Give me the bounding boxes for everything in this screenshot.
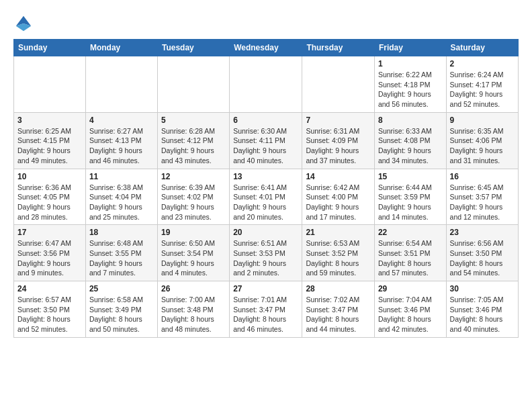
- day-info: Sunrise: 6:56 AM Sunset: 3:50 PM Dayligh…: [450, 238, 515, 278]
- day-info: Sunrise: 6:28 AM Sunset: 4:12 PM Dayligh…: [161, 126, 226, 166]
- calendar-row: 24Sunrise: 6:57 AM Sunset: 3:50 PM Dayli…: [14, 281, 519, 338]
- calendar-cell: [302, 56, 375, 113]
- calendar-cell: 4Sunrise: 6:27 AM Sunset: 4:13 PM Daylig…: [85, 112, 157, 169]
- calendar-cell: 14Sunrise: 6:42 AM Sunset: 4:00 PM Dayli…: [302, 169, 375, 225]
- day-number: 25: [89, 284, 154, 293]
- day-number: 14: [306, 172, 371, 181]
- day-info: Sunrise: 6:30 AM Sunset: 4:11 PM Dayligh…: [233, 126, 298, 166]
- day-info: Sunrise: 6:47 AM Sunset: 3:56 PM Dayligh…: [17, 238, 82, 278]
- day-number: 29: [378, 284, 443, 293]
- calendar-cell: 1Sunrise: 6:22 AM Sunset: 4:18 PM Daylig…: [374, 56, 446, 113]
- calendar-cell: 21Sunrise: 6:53 AM Sunset: 3:52 PM Dayli…: [302, 225, 375, 281]
- day-info: Sunrise: 6:36 AM Sunset: 4:05 PM Dayligh…: [17, 183, 82, 222]
- weekday-header: Thursday: [302, 40, 375, 56]
- page: SundayMondayTuesdayWednesdayThursdayFrid…: [0, 0, 532, 345]
- header: [13, 11, 519, 34]
- calendar-cell: 27Sunrise: 7:01 AM Sunset: 3:47 PM Dayli…: [230, 281, 302, 338]
- calendar-body: 1Sunrise: 6:22 AM Sunset: 4:18 PM Daylig…: [14, 56, 519, 338]
- day-info: Sunrise: 6:42 AM Sunset: 4:00 PM Dayligh…: [306, 183, 371, 222]
- day-number: 5: [161, 116, 226, 125]
- day-number: 2: [450, 59, 515, 68]
- calendar-cell: 5Sunrise: 6:28 AM Sunset: 4:12 PM Daylig…: [157, 112, 229, 169]
- calendar-cell: [230, 56, 302, 113]
- day-number: 26: [161, 284, 226, 293]
- day-info: Sunrise: 6:27 AM Sunset: 4:13 PM Dayligh…: [89, 126, 154, 166]
- calendar-cell: 8Sunrise: 6:33 AM Sunset: 4:08 PM Daylig…: [374, 112, 446, 169]
- weekday-header: Wednesday: [230, 40, 302, 56]
- day-number: 18: [89, 228, 154, 237]
- day-number: 12: [161, 172, 226, 181]
- day-number: 20: [233, 228, 298, 237]
- calendar-cell: [85, 56, 157, 113]
- day-info: Sunrise: 6:24 AM Sunset: 4:17 PM Dayligh…: [450, 70, 515, 109]
- day-number: 15: [378, 172, 443, 181]
- day-number: 22: [378, 228, 443, 237]
- calendar-cell: 30Sunrise: 7:05 AM Sunset: 3:46 PM Dayli…: [446, 281, 518, 338]
- calendar-cell: 9Sunrise: 6:35 AM Sunset: 4:06 PM Daylig…: [446, 112, 518, 169]
- calendar-cell: 24Sunrise: 6:57 AM Sunset: 3:50 PM Dayli…: [14, 281, 86, 338]
- day-number: 17: [17, 228, 82, 237]
- calendar-cell: 13Sunrise: 6:41 AM Sunset: 4:01 PM Dayli…: [230, 169, 302, 225]
- day-info: Sunrise: 6:31 AM Sunset: 4:09 PM Dayligh…: [306, 126, 371, 166]
- day-number: 21: [306, 228, 371, 237]
- day-info: Sunrise: 6:41 AM Sunset: 4:01 PM Dayligh…: [233, 183, 298, 222]
- calendar-cell: 10Sunrise: 6:36 AM Sunset: 4:05 PM Dayli…: [14, 169, 86, 225]
- day-info: Sunrise: 6:51 AM Sunset: 3:53 PM Dayligh…: [233, 238, 298, 278]
- weekday-header: Saturday: [446, 40, 518, 56]
- calendar-row: 17Sunrise: 6:47 AM Sunset: 3:56 PM Dayli…: [14, 225, 519, 281]
- day-number: 7: [306, 116, 371, 125]
- calendar-row: 10Sunrise: 6:36 AM Sunset: 4:05 PM Dayli…: [14, 169, 519, 225]
- day-info: Sunrise: 7:05 AM Sunset: 3:46 PM Dayligh…: [450, 295, 515, 334]
- calendar-cell: 6Sunrise: 6:30 AM Sunset: 4:11 PM Daylig…: [230, 112, 302, 169]
- day-number: 6: [233, 116, 298, 125]
- calendar-cell: 20Sunrise: 6:51 AM Sunset: 3:53 PM Dayli…: [230, 225, 302, 281]
- day-info: Sunrise: 6:33 AM Sunset: 4:08 PM Dayligh…: [378, 126, 443, 166]
- weekday-header: Friday: [374, 40, 446, 56]
- calendar-cell: 11Sunrise: 6:38 AM Sunset: 4:04 PM Dayli…: [85, 169, 157, 225]
- calendar-row: 1Sunrise: 6:22 AM Sunset: 4:18 PM Daylig…: [14, 56, 519, 113]
- day-info: Sunrise: 6:38 AM Sunset: 4:04 PM Dayligh…: [89, 183, 154, 222]
- day-number: 4: [89, 116, 154, 125]
- day-number: 11: [89, 172, 154, 181]
- day-info: Sunrise: 6:48 AM Sunset: 3:55 PM Dayligh…: [89, 238, 154, 278]
- calendar-cell: 22Sunrise: 6:54 AM Sunset: 3:51 PM Dayli…: [374, 225, 446, 281]
- calendar-cell: 29Sunrise: 7:04 AM Sunset: 3:46 PM Dayli…: [374, 281, 446, 338]
- calendar-cell: 28Sunrise: 7:02 AM Sunset: 3:47 PM Dayli…: [302, 281, 375, 338]
- header-row: SundayMondayTuesdayWednesdayThursdayFrid…: [14, 40, 519, 56]
- calendar-header: SundayMondayTuesdayWednesdayThursdayFrid…: [14, 40, 519, 56]
- day-info: Sunrise: 6:58 AM Sunset: 3:49 PM Dayligh…: [89, 295, 154, 334]
- calendar-cell: 17Sunrise: 6:47 AM Sunset: 3:56 PM Dayli…: [14, 225, 86, 281]
- calendar-cell: 26Sunrise: 7:00 AM Sunset: 3:48 PM Dayli…: [157, 281, 229, 338]
- day-number: 13: [233, 172, 298, 181]
- day-number: 16: [450, 172, 515, 181]
- day-info: Sunrise: 6:45 AM Sunset: 3:57 PM Dayligh…: [450, 183, 515, 222]
- logo: [13, 13, 36, 34]
- day-number: 30: [450, 284, 515, 293]
- day-number: 10: [17, 172, 82, 181]
- calendar-cell: 16Sunrise: 6:45 AM Sunset: 3:57 PM Dayli…: [446, 169, 518, 225]
- calendar-cell: 3Sunrise: 6:25 AM Sunset: 4:15 PM Daylig…: [14, 112, 86, 169]
- calendar-row: 3Sunrise: 6:25 AM Sunset: 4:15 PM Daylig…: [14, 112, 519, 169]
- calendar-cell: 23Sunrise: 6:56 AM Sunset: 3:50 PM Dayli…: [446, 225, 518, 281]
- calendar-cell: 7Sunrise: 6:31 AM Sunset: 4:09 PM Daylig…: [302, 112, 375, 169]
- calendar-cell: 12Sunrise: 6:39 AM Sunset: 4:02 PM Dayli…: [157, 169, 229, 225]
- weekday-header: Tuesday: [157, 40, 229, 56]
- day-info: Sunrise: 7:04 AM Sunset: 3:46 PM Dayligh…: [378, 295, 443, 334]
- calendar-cell: 19Sunrise: 6:50 AM Sunset: 3:54 PM Dayli…: [157, 225, 229, 281]
- day-number: 28: [306, 284, 371, 293]
- day-number: 9: [450, 116, 515, 125]
- logo-icon: [13, 13, 34, 34]
- calendar-cell: 18Sunrise: 6:48 AM Sunset: 3:55 PM Dayli…: [85, 225, 157, 281]
- day-info: Sunrise: 6:25 AM Sunset: 4:15 PM Dayligh…: [17, 126, 82, 166]
- calendar-cell: 2Sunrise: 6:24 AM Sunset: 4:17 PM Daylig…: [446, 56, 518, 113]
- day-info: Sunrise: 6:22 AM Sunset: 4:18 PM Dayligh…: [378, 70, 443, 109]
- calendar-cell: [157, 56, 229, 113]
- calendar-cell: [14, 56, 86, 113]
- day-number: 23: [450, 228, 515, 237]
- day-info: Sunrise: 7:00 AM Sunset: 3:48 PM Dayligh…: [161, 295, 226, 334]
- calendar-cell: 15Sunrise: 6:44 AM Sunset: 3:59 PM Dayli…: [374, 169, 446, 225]
- day-info: Sunrise: 7:02 AM Sunset: 3:47 PM Dayligh…: [306, 295, 371, 334]
- day-info: Sunrise: 6:53 AM Sunset: 3:52 PM Dayligh…: [306, 238, 371, 278]
- day-number: 8: [378, 116, 443, 125]
- day-info: Sunrise: 6:35 AM Sunset: 4:06 PM Dayligh…: [450, 126, 515, 166]
